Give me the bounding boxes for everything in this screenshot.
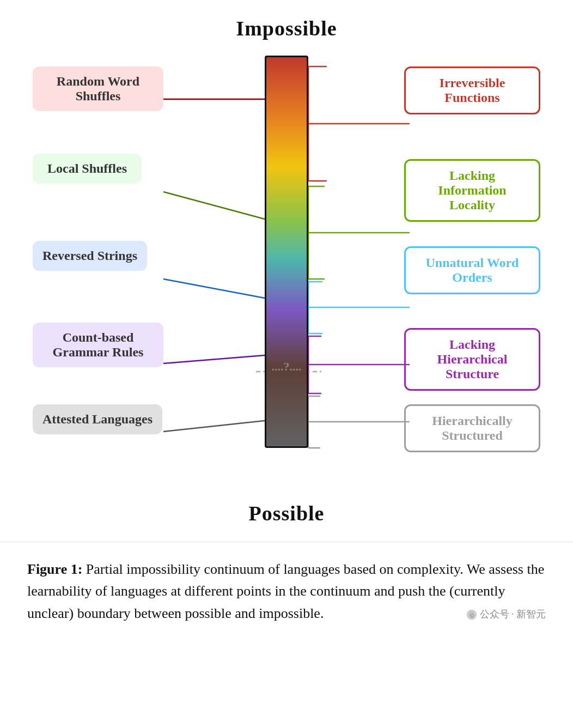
right-box-hier-structured: Hierarchically Structured [404, 404, 540, 452]
left-box-count-based: Count-based Grammar Rules [33, 323, 163, 367]
watermark-icon: 公 [466, 609, 478, 621]
left-box-reversed-strings: Reversed Strings [33, 241, 147, 271]
right-box-lacking-info: Lacking Information Locality [404, 159, 540, 222]
diagram-body: ....?.... Random Word Shuffles Local Shu… [22, 50, 551, 497]
gradient-bar [265, 56, 308, 448]
svg-text:公: 公 [469, 612, 474, 617]
left-box-random-word: Random Word Shuffles [33, 66, 163, 111]
watermark: 公 公众号 · 新智元 [466, 607, 546, 622]
right-box-unnatural: Unnatural Word Orders [404, 246, 540, 294]
left-box-attested: Attested Languages [33, 404, 162, 434]
caption-section: Figure 1: Partial impossibility continuu… [0, 542, 573, 641]
caption-text: Figure 1: Partial impossibility continuu… [27, 559, 546, 624]
left-box-local-shuffles: Local Shuffles [33, 154, 142, 184]
diagram-section: Impossible [0, 0, 573, 536]
possible-label: Possible [249, 501, 325, 525]
svg-line-4 [163, 279, 265, 298]
figure-label: Figure 1: [27, 561, 82, 577]
right-box-lacking-hier: Lacking Hierarchical Structure [404, 328, 540, 391]
question-mark: ....?.... [272, 360, 302, 374]
right-box-irreversible: Irreversible Functions [404, 66, 540, 114]
svg-line-6 [163, 355, 265, 363]
impossible-label: Impossible [236, 16, 337, 40]
svg-line-2 [163, 192, 265, 219]
svg-line-8 [163, 421, 265, 432]
